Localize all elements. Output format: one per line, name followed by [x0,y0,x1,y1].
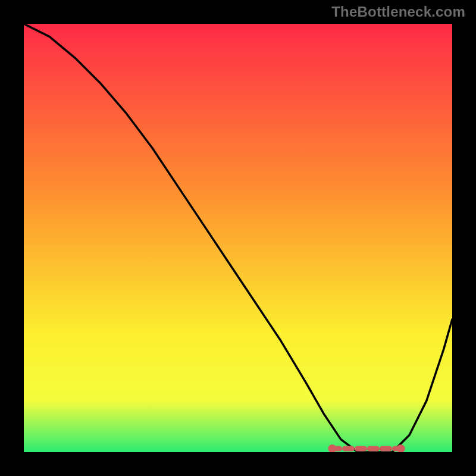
plot-area [24,24,452,452]
watermark-text: TheBottleneck.com [331,4,465,20]
chart-svg [24,24,452,452]
chart-frame: TheBottleneck.com [0,0,476,476]
gradient-background [24,24,452,452]
